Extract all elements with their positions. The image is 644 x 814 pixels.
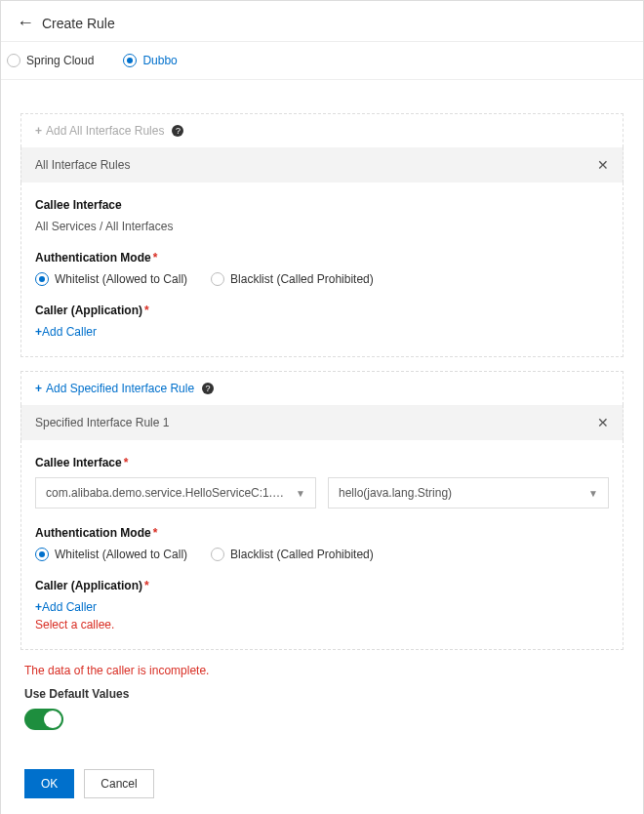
radio-label: Blacklist (Called Prohibited) <box>230 548 374 561</box>
use-default-section: Use Default Values <box>20 687 624 730</box>
radio-icon <box>35 272 49 286</box>
auth-mode-label-2: Authentication Mode* <box>35 526 609 540</box>
add-specified-rule-label: Add Specified Interface Rule <box>46 382 194 395</box>
specified-rule-bar: Specified Interface Rule 1 ✕ <box>20 405 624 440</box>
all-interface-rules-bar: All Interface Rules ✕ <box>20 147 624 183</box>
callee-select-row: com.alibaba.demo.service.HelloServiceC:1… <box>35 477 609 509</box>
add-caller-link-2[interactable]: +Add Caller <box>35 600 609 614</box>
use-default-toggle[interactable] <box>24 709 63 730</box>
page-title: Create Rule <box>42 16 115 31</box>
help-icon[interactable]: ? <box>172 125 183 137</box>
plus-icon: + <box>35 382 42 395</box>
add-all-interface-rules-link[interactable]: + Add All Interface Rules ? <box>35 124 609 138</box>
radio-icon <box>211 272 224 286</box>
back-arrow-icon[interactable]: ← <box>17 13 34 33</box>
auth-mode-label: Authentication Mode* <box>35 251 609 265</box>
callee-interface-label: Callee Interface <box>35 198 609 212</box>
radio-dubbo[interactable]: Dubbo <box>123 54 177 67</box>
add-all-rules-label: Add All Interface Rules <box>46 124 164 138</box>
close-icon[interactable]: ✕ <box>597 157 609 173</box>
radio-blacklist-2[interactable]: Blacklist (Called Prohibited) <box>211 548 374 561</box>
method-select[interactable]: hello(java.lang.String) ▼ <box>328 477 609 509</box>
radio-label: Whitelist (Allowed to Call) <box>55 548 187 561</box>
radio-blacklist-1[interactable]: Blacklist (Called Prohibited) <box>211 272 374 286</box>
plus-icon: + <box>35 600 42 614</box>
callee-interface-label-2: Callee Interface* <box>35 456 609 469</box>
all-interface-rule-body: Callee Interface All Services / All Inte… <box>20 183 624 357</box>
auth-mode-radios-1: Whitelist (Allowed to Call) Blacklist (C… <box>35 272 609 286</box>
auth-mode-radios-2: Whitelist (Allowed to Call) Blacklist (C… <box>35 548 609 561</box>
callee-error-text: Select a callee. <box>35 618 609 631</box>
caller-app-label-2: Caller (Application)* <box>35 579 609 592</box>
global-error-text: The data of the caller is incomplete. <box>20 664 624 677</box>
specified-rule-title: Specified Interface Rule 1 <box>35 416 169 429</box>
radio-spring-cloud[interactable]: Spring Cloud <box>7 54 94 67</box>
add-caller-link-1[interactable]: +Add Caller <box>35 325 609 339</box>
framework-radio-row: Spring Cloud Dubbo <box>1 42 643 80</box>
radio-icon <box>123 54 137 67</box>
add-specified-rule-panel: + Add Specified Interface Rule ? <box>20 371 624 405</box>
method-select-value: hello(java.lang.String) <box>339 486 452 500</box>
chevron-down-icon: ▼ <box>296 488 305 499</box>
toggle-knob <box>44 711 61 728</box>
cancel-button[interactable]: Cancel <box>84 769 153 798</box>
specified-rule-body: Callee Interface* com.alibaba.demo.servi… <box>20 440 624 650</box>
radio-label: Spring Cloud <box>26 54 94 67</box>
add-specified-rule-link[interactable]: + Add Specified Interface Rule ? <box>35 382 609 395</box>
add-all-rules-panel: + Add All Interface Rules ? <box>20 113 624 147</box>
use-default-label: Use Default Values <box>24 687 620 701</box>
main-content: + Add All Interface Rules ? All Interfac… <box>1 80 643 814</box>
radio-label: Whitelist (Allowed to Call) <box>55 272 187 286</box>
caller-app-label: Caller (Application)* <box>35 304 609 317</box>
radio-icon <box>211 548 224 561</box>
radio-whitelist-2[interactable]: Whitelist (Allowed to Call) <box>35 548 187 561</box>
radio-icon <box>7 54 20 67</box>
radio-whitelist-1[interactable]: Whitelist (Allowed to Call) <box>35 272 187 286</box>
service-select[interactable]: com.alibaba.demo.service.HelloServiceC:1… <box>35 477 316 509</box>
plus-icon: + <box>35 124 42 138</box>
help-icon[interactable]: ? <box>202 383 214 394</box>
chevron-down-icon: ▼ <box>588 488 598 499</box>
all-interface-rules-title: All Interface Rules <box>35 158 130 172</box>
close-icon[interactable]: ✕ <box>597 415 609 430</box>
plus-icon: + <box>35 325 42 339</box>
radio-label: Dubbo <box>142 54 177 67</box>
button-row: OK Cancel <box>20 730 624 812</box>
page-header: ← Create Rule <box>1 1 643 42</box>
service-select-value: com.alibaba.demo.service.HelloServiceC:1… <box>46 486 288 500</box>
radio-icon <box>35 548 49 561</box>
ok-button[interactable]: OK <box>24 769 74 798</box>
callee-interface-value: All Services / All Interfaces <box>35 220 609 233</box>
radio-label: Blacklist (Called Prohibited) <box>230 272 374 286</box>
